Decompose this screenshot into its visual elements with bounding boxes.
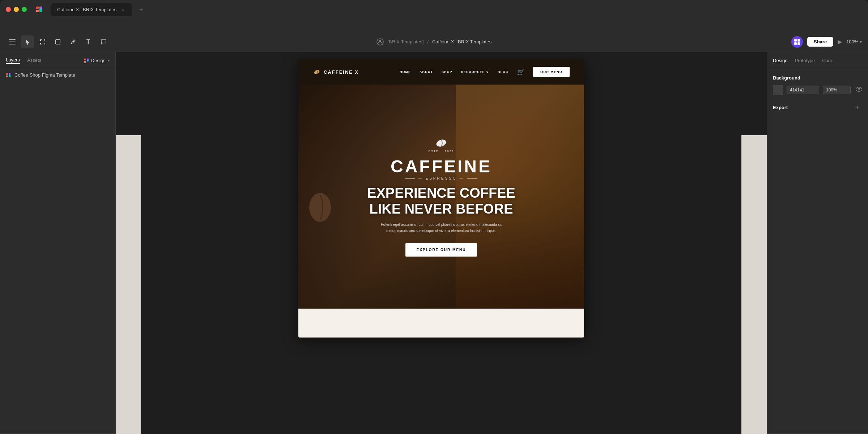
share-button[interactable]: Share (807, 37, 833, 47)
tab-title: Caffeine X | BRIX Templates (57, 7, 116, 12)
color-value-input[interactable] (787, 86, 819, 94)
logo-text: CAFFEINE X (324, 69, 359, 75)
svg-point-35 (435, 138, 447, 148)
design-badge-chevron: ▾ (108, 59, 110, 63)
toolbar-right: Share ▶ 100% ▾ (746, 36, 862, 48)
figma-toolbar: T [BRIX Templates] / Caffeine X | BRIX T… (0, 32, 868, 52)
comment-tool-button[interactable] (97, 35, 110, 48)
background-section: Background (773, 75, 862, 95)
maximize-button[interactable] (22, 7, 27, 12)
left-paper-area (116, 135, 141, 434)
hero-year: 2022 (445, 150, 454, 153)
svg-rect-4 (39, 10, 42, 12)
canvas-area[interactable]: CAFFEINE X HOME ABOUT SHOP RESOURCES ∨ B… (116, 52, 767, 434)
breadcrumb-org: [BRIX Templates] (387, 39, 424, 44)
nav-menu-button[interactable]: OUR MENU (533, 67, 570, 77)
design-icon (84, 58, 89, 63)
play-button[interactable]: ▶ (838, 38, 842, 45)
breadcrumb-page[interactable]: Caffeine X | BRIX Templates (432, 39, 492, 44)
svg-rect-5 (9, 39, 16, 40)
torn-paper-edge (298, 309, 584, 322)
hero-espresso-text: — ESPRESSO — (418, 176, 465, 180)
hero-description: Potenti eget accumsan commodo vel pharet… (376, 222, 506, 234)
visibility-icon[interactable] (856, 87, 862, 93)
tab-close-button[interactable]: × (120, 7, 126, 12)
hero-content: ESTD 2022 CAFFEINE — ESPRESSO — EXPERIEN… (298, 85, 584, 309)
opacity-value-input[interactable] (823, 86, 851, 94)
minimize-button[interactable] (14, 7, 19, 12)
canvas-frame: CAFFEINE X HOME ABOUT SHOP RESOURCES ∨ B… (298, 59, 584, 338)
export-row: Export + (773, 102, 862, 112)
frame-tool-button[interactable] (36, 35, 49, 48)
hero-badge-icon (435, 137, 448, 150)
close-button[interactable] (6, 7, 11, 12)
layer-item-coffee-shop[interactable]: Coffee Shop Figma Template (0, 69, 115, 81)
layer-name: Coffee Shop Figma Template (14, 72, 75, 78)
svg-point-17 (73, 41, 74, 42)
pen-tool-button[interactable] (67, 35, 80, 48)
text-tool-button[interactable]: T (82, 35, 95, 48)
nav-blog[interactable]: BLOG (498, 70, 509, 74)
website-mockup: CAFFEINE X HOME ABOUT SHOP RESOURCES ∨ B… (298, 59, 584, 338)
svg-rect-16 (56, 40, 60, 44)
svg-rect-6 (9, 42, 16, 42)
nav-resources[interactable]: RESOURCES ∨ (461, 70, 489, 74)
traffic-lights (6, 7, 27, 12)
svg-rect-0 (36, 7, 39, 9)
nav-cart-icon[interactable]: 🛒 (517, 69, 524, 76)
svg-rect-24 (84, 59, 86, 60)
hero-cta-button[interactable]: EXPLORE OUR MENU (405, 243, 477, 257)
color-swatch[interactable] (773, 85, 783, 95)
nav-home[interactable]: HOME (400, 70, 411, 74)
hero-estd: ESTD (428, 150, 439, 153)
browser-frame: Caffeine X | BRIX Templates × + (0, 0, 868, 32)
shape-tool-button[interactable] (51, 35, 64, 48)
select-tool-button[interactable] (21, 35, 34, 48)
svg-rect-21 (797, 39, 800, 42)
nav-about[interactable]: ABOUT (420, 70, 433, 74)
toolbar-left: T (6, 35, 122, 48)
svg-rect-7 (9, 44, 16, 44)
browser-titlebar: Caffeine X | BRIX Templates × + (0, 0, 868, 19)
tab-layers[interactable]: Layers (6, 57, 20, 64)
background-title: Background (773, 75, 862, 81)
svg-point-36 (858, 89, 860, 90)
hero-brand-name: CAFFEINE (391, 156, 492, 176)
hero-brand-sub: — ESPRESSO — (405, 176, 478, 180)
design-badge-label: Design (91, 58, 106, 63)
logo-icon (313, 68, 321, 76)
svg-rect-13 (40, 43, 41, 44)
left-sidebar: Layers Assets Design ▾ (0, 52, 116, 434)
svg-point-33 (314, 69, 320, 75)
figma-file-icon (6, 73, 11, 78)
svg-rect-28 (6, 73, 8, 75)
sidebar-tabs: Layers Assets Design ▾ (0, 52, 115, 69)
svg-rect-25 (84, 61, 86, 63)
tab-design[interactable]: Design (773, 58, 787, 63)
export-section: Export + (773, 102, 862, 112)
main-layout: Layers Assets Design ▾ (0, 52, 868, 434)
svg-rect-9 (40, 39, 41, 41)
browser-tab[interactable]: Caffeine X | BRIX Templates × (51, 3, 132, 16)
hero-headline-line2: LIKE NEVER BEFORE (367, 201, 515, 217)
figma-logo-icon (35, 5, 43, 14)
svg-rect-1 (36, 10, 39, 12)
new-tab-button[interactable]: + (136, 4, 146, 14)
tab-assets[interactable]: Assets (27, 57, 41, 64)
zoom-level[interactable]: 100% ▾ (846, 39, 862, 44)
right-paper-area (741, 135, 767, 434)
menu-button[interactable] (6, 35, 19, 48)
tab-code[interactable]: Code (822, 58, 833, 63)
svg-rect-29 (6, 76, 8, 77)
export-add-button[interactable]: + (852, 102, 862, 112)
site-bottom-area (298, 309, 584, 338)
design-badge[interactable]: Design ▾ (84, 58, 110, 63)
right-panel-tabs: Design Prototype Code (767, 52, 868, 69)
export-title: Export (773, 105, 788, 110)
svg-point-27 (87, 60, 89, 61)
svg-rect-20 (794, 39, 797, 42)
nav-shop[interactable]: SHOP (442, 70, 452, 74)
right-panel-content: Background Export + (767, 69, 868, 118)
hero-headline-line1: EXPERIENCE COFFEE (367, 185, 515, 201)
tab-prototype[interactable]: Prototype (795, 58, 815, 63)
